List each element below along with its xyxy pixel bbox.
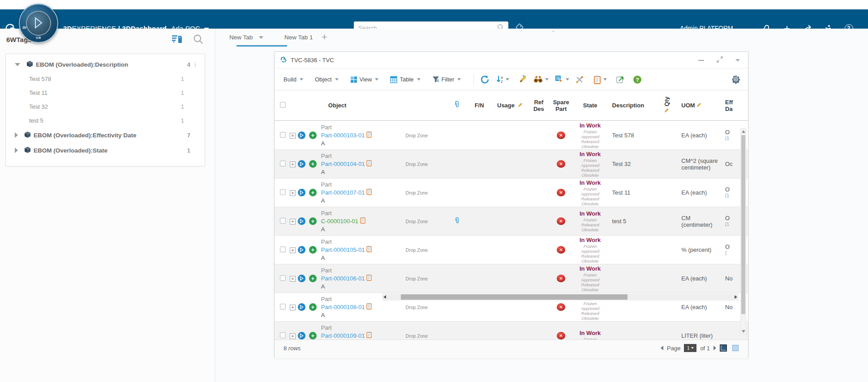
drop-zone[interactable]: Drop Zone <box>406 276 428 281</box>
menu-filter[interactable]: Filter <box>432 76 461 83</box>
unlink-icon[interactable] <box>576 76 584 84</box>
tree-group[interactable]: EBOM (Overloaded):State 1 ⋮ <box>6 143 205 158</box>
expand-icon[interactable]: + <box>290 219 296 225</box>
navigate-icon[interactable] <box>298 332 305 340</box>
column-attachment-paperclip-icon[interactable] <box>448 101 466 110</box>
tab-new-tab-1[interactable]: New Tab 1 <box>284 29 313 47</box>
tree-item[interactable]: Test 578 1 <box>6 72 205 86</box>
help-circle-icon[interactable]: ? <box>633 75 642 84</box>
row-checkbox[interactable] <box>280 161 286 166</box>
object-link[interactable]: C-0000100-01 <box>321 217 358 225</box>
expand-icon[interactable]: + <box>290 305 296 310</box>
uom-cell[interactable]: LITER (liter) <box>677 332 722 339</box>
gear-icon[interactable] <box>731 74 741 85</box>
column-description[interactable]: Description <box>609 102 657 109</box>
add-icon[interactable]: + <box>309 217 317 225</box>
uom-cell[interactable]: % (percent) <box>677 246 722 253</box>
menu-view[interactable]: View <box>350 76 379 83</box>
table-view-toggle-icon[interactable] <box>720 344 727 352</box>
previous-page-icon[interactable] <box>661 346 663 350</box>
drop-zone[interactable]: Drop Zone <box>406 247 428 253</box>
table-row[interactable]: + + Part Part-0000106-01 A Drop Zone ✕ I… <box>275 264 748 293</box>
add-tab-button[interactable]: + <box>322 29 327 47</box>
card-view-toggle-icon[interactable] <box>732 345 739 351</box>
details-doc-icon[interactable] <box>366 131 372 140</box>
scroll-up-icon[interactable] <box>742 130 745 133</box>
object-link[interactable]: Part-0000104-01 <box>321 160 365 168</box>
tree-item[interactable]: Test 11 1 <box>6 86 205 100</box>
compass-icon[interactable]: 3D V.R <box>19 4 58 43</box>
row-checkbox[interactable] <box>280 304 286 310</box>
tree-caret-icon[interactable] <box>15 63 20 66</box>
add-icon[interactable]: + <box>309 132 317 139</box>
object-link[interactable]: Part-0000107-01 <box>321 189 365 196</box>
expand-icon[interactable]: + <box>290 161 296 167</box>
row-checkbox[interactable] <box>280 332 286 338</box>
add-icon[interactable]: + <box>309 160 317 168</box>
drop-zone[interactable]: Drop Zone <box>406 133 428 138</box>
details-doc-icon[interactable] <box>366 188 372 197</box>
description-cell[interactable]: Test 578 <box>609 132 657 139</box>
horizontal-scrollbar[interactable] <box>382 293 739 301</box>
binoculars-icon[interactable] <box>533 75 549 84</box>
details-doc-icon[interactable] <box>366 160 372 168</box>
edit-pencil-icon[interactable] <box>518 102 523 109</box>
details-doc-icon[interactable] <box>366 274 372 283</box>
add-icon[interactable]: + <box>309 332 317 340</box>
table-row[interactable]: + + Part C-0000100-01 A Drop Zone ✕ In W… <box>275 207 748 236</box>
row-checkbox[interactable] <box>280 246 286 252</box>
edit-pencil-icon[interactable] <box>518 75 527 84</box>
details-doc-icon[interactable] <box>360 217 365 225</box>
uom-cell[interactable]: EA (each) <box>677 132 722 139</box>
navigate-icon[interactable] <box>298 217 305 225</box>
details-doc-icon[interactable] <box>366 246 372 254</box>
add-icon[interactable]: + <box>309 246 317 254</box>
widget-chevron-down-icon[interactable] <box>735 59 740 62</box>
tree-group[interactable]: EBOM (Overloaded):Effectivity Date 7 ⋮ <box>6 127 205 143</box>
sort-icon[interactable]: AZ <box>496 75 509 84</box>
navigate-icon[interactable] <box>298 160 305 168</box>
navigate-icon[interactable] <box>298 132 305 139</box>
object-link[interactable]: Part-0000103-01 <box>321 132 365 139</box>
details-doc-icon[interactable] <box>366 303 372 311</box>
tree-caret-icon[interactable] <box>15 132 18 138</box>
attachment-paperclip-icon[interactable] <box>454 219 460 226</box>
row-checkbox[interactable] <box>280 218 286 224</box>
tree-caret-icon[interactable] <box>15 148 18 153</box>
table-row[interactable]: + + Part Part-0000107-01 A Drop Zone ✕ I… <box>275 178 748 207</box>
expand-icon[interactable]: + <box>290 133 296 139</box>
sidebar-search-icon[interactable] <box>193 34 204 46</box>
horizontal-scroll-thumb[interactable] <box>401 294 627 300</box>
table-row[interactable]: + + Part Part-0000105-01 A Drop Zone ✕ I… <box>275 236 748 264</box>
object-link[interactable]: Part-0000109-01 <box>321 332 365 340</box>
drop-zone[interactable]: Drop Zone <box>406 305 428 310</box>
edit-pencil-icon[interactable] <box>664 107 669 114</box>
column-qty[interactable]: Qty <box>657 97 677 114</box>
column-fn[interactable]: F/N <box>466 102 493 109</box>
uom-cell[interactable]: CM^2 (square centimeter) <box>677 157 722 171</box>
filter-tags-icon[interactable] <box>172 34 183 46</box>
uom-cell[interactable]: EA (each) <box>677 189 722 196</box>
tab-chevron-down-icon[interactable] <box>259 36 263 39</box>
page-select[interactable]: 1 <box>684 344 696 352</box>
minimize-icon[interactable] <box>698 60 704 61</box>
row-checkbox[interactable] <box>280 275 286 281</box>
navigate-icon[interactable] <box>298 275 305 282</box>
select-hand-icon[interactable] <box>555 75 569 84</box>
object-link[interactable]: Part-0000106-01 <box>321 275 365 282</box>
export-icon[interactable] <box>616 75 625 84</box>
table-row[interactable]: + + Part Part-0000103-01 A Drop Zone ✕ I… <box>275 121 748 150</box>
description-cell[interactable]: test 5 <box>609 218 657 225</box>
object-link[interactable]: Part-0000105-01 <box>321 246 365 254</box>
clipboard-icon[interactable] <box>593 75 607 84</box>
column-effectivity-date[interactable]: EffDa <box>722 99 748 112</box>
uom-cell[interactable]: EA (each) <box>677 275 722 282</box>
tab-new-tab[interactable]: New Tab <box>229 29 263 47</box>
tree-item[interactable]: test 5 1 <box>6 114 205 127</box>
select-all-checkbox[interactable] <box>280 102 286 108</box>
drop-zone[interactable]: Drop Zone <box>406 219 428 224</box>
edit-pencil-icon[interactable] <box>696 102 701 109</box>
kebab-menu-icon[interactable]: ⋮ <box>190 61 200 68</box>
scroll-right-icon[interactable] <box>735 295 737 299</box>
menu-table[interactable]: Table <box>390 76 420 83</box>
